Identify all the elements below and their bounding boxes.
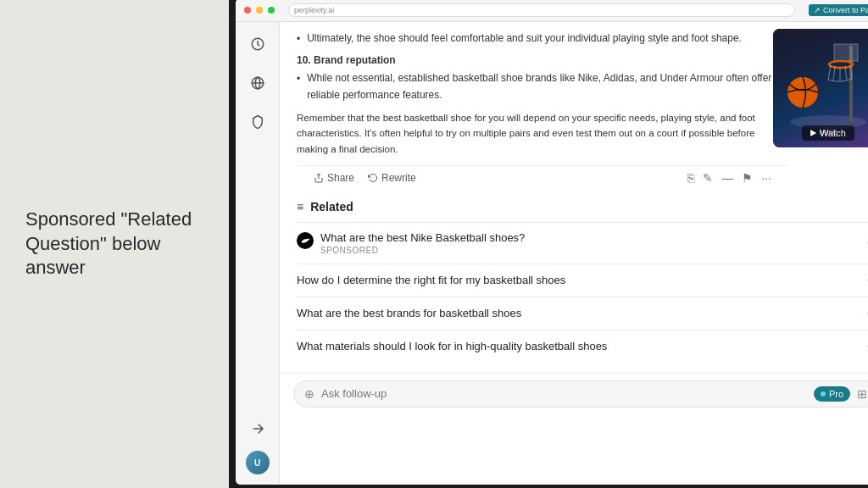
bullet-item-1: • Ultimately, the shoe should feel comfo… xyxy=(297,30,788,47)
flag-icon[interactable]: ⚑ xyxy=(742,171,753,185)
play-icon xyxy=(810,130,816,136)
related-question-2: How do I determine the right fit for my … xyxy=(297,274,565,286)
related-question-3: What are the best brands for basketball … xyxy=(297,307,521,319)
top-right-buttons: ↗ Convert to Page xyxy=(809,4,868,16)
followup-inner: ⊕ Pro ⊞ xyxy=(293,380,868,408)
svg-rect-4 xyxy=(834,44,858,61)
action-bar: Share Rewrite ⎘ ✎ — ⚑ xyxy=(297,165,788,190)
related-item-4[interactable]: What materials should I look for in high… xyxy=(297,330,868,363)
rewrite-label: Rewrite xyxy=(381,172,416,184)
clock-icon[interactable] xyxy=(246,32,270,56)
nike-logo xyxy=(297,232,314,249)
sponsored-related-item[interactable]: What are the best Nike Basketball shoes?… xyxy=(297,222,868,263)
sidebar-bottom: U xyxy=(246,417,270,485)
close-dot[interactable] xyxy=(244,7,251,14)
action-icons-right: ⎘ ✎ — ⚑ ··· xyxy=(687,171,771,185)
ad-image: NIKE Watch xyxy=(773,29,868,147)
svg-line-6 xyxy=(828,65,831,80)
minimize-dot[interactable] xyxy=(256,7,263,14)
share-button[interactable]: Share xyxy=(314,172,354,184)
answer-text: • Ultimately, the shoe should feel comfo… xyxy=(297,30,788,157)
avatar[interactable]: U xyxy=(246,451,270,474)
maximize-dot[interactable] xyxy=(268,7,275,14)
followup-expand-icon[interactable]: ⊞ xyxy=(857,387,867,401)
related-icon: ≡ xyxy=(297,200,303,214)
main-content: AD xyxy=(280,22,868,485)
rewrite-button[interactable]: Rewrite xyxy=(368,172,416,184)
globe-icon[interactable] xyxy=(246,71,270,95)
section-10-header: 10. Brand reputation xyxy=(297,53,788,69)
edit-icon[interactable]: ✎ xyxy=(703,171,713,185)
answer-section: • Ultimately, the shoe should feel comfo… xyxy=(280,22,805,190)
copy-icon[interactable]: ⎘ xyxy=(687,171,694,185)
monitor-screen: perplexity.ai ↗ Convert to Page xyxy=(236,0,868,485)
bullet-item-2: • While not essential, established baske… xyxy=(297,70,788,103)
sidebar: U xyxy=(236,22,280,485)
svg-point-5 xyxy=(829,61,853,68)
related-item-3[interactable]: What are the best brands for basketball … xyxy=(297,297,868,330)
followup-input[interactable] xyxy=(321,387,807,400)
related-title: Related xyxy=(310,200,353,214)
svg-point-11 xyxy=(787,77,818,108)
share-label: Share xyxy=(327,172,354,184)
watch-label: Watch xyxy=(820,128,846,138)
convert-button[interactable]: ↗ Convert to Page xyxy=(809,4,868,16)
browser-topbar: perplexity.ai ↗ Convert to Page xyxy=(236,0,868,22)
followup-bar: ⊕ Pro ⊞ xyxy=(280,373,868,416)
pro-badge[interactable]: Pro xyxy=(814,386,850,402)
related-item-2[interactable]: How do I determine the right fit for my … xyxy=(297,263,868,297)
pro-dot xyxy=(821,391,826,396)
sponsored-label: SPONSORED xyxy=(320,246,525,255)
bullet-text-2: While not essential, established basketb… xyxy=(307,70,788,103)
ad-video-thumbnail[interactable]: AD xyxy=(773,29,868,147)
pro-label: Pro xyxy=(829,389,843,399)
watch-button[interactable]: Watch xyxy=(802,125,854,141)
content-area: U AD xyxy=(236,22,868,485)
more-icon[interactable]: ··· xyxy=(761,171,771,185)
related-section: ≡ Related xyxy=(280,190,868,373)
minus-icon[interactable]: — xyxy=(721,171,733,185)
sponsored-question: What are the best Nike Basketball shoes? xyxy=(320,231,525,244)
bullet-dot: • xyxy=(297,31,300,47)
annotation-text: Sponsored "Related Question" below answe… xyxy=(25,208,203,280)
monitor-frame: perplexity.ai ↗ Convert to Page xyxy=(229,0,868,488)
sponsored-q-wrapper: What are the best Nike Basketball shoes?… xyxy=(320,231,525,255)
remember-text: Remember that the best basketball shoe f… xyxy=(297,110,788,157)
followup-icon: ⊕ xyxy=(304,387,314,401)
sponsored-item-left: What are the best Nike Basketball shoes?… xyxy=(297,231,525,255)
url-bar[interactable]: perplexity.ai xyxy=(288,3,795,17)
related-header: ≡ Related xyxy=(297,200,868,214)
bullet-dot-2: • xyxy=(297,71,300,103)
related-question-4: What materials should I look for in high… xyxy=(297,340,607,352)
bullet-text-1: Ultimately, the shoe should feel comfort… xyxy=(307,30,742,47)
shield-icon[interactable] xyxy=(246,110,270,134)
expand-sidebar-icon[interactable] xyxy=(246,417,270,441)
